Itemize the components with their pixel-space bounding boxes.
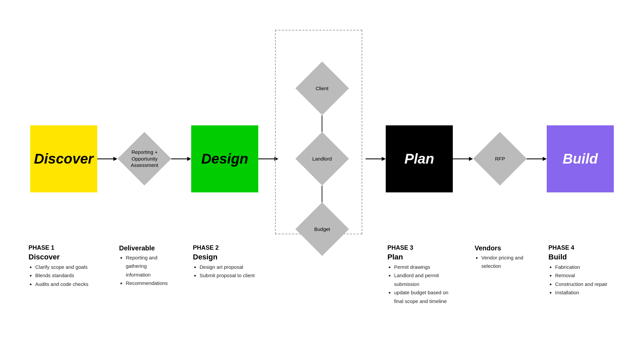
design-title: Design (193, 253, 260, 261)
deliverable-diamond-wrapper: Reporting +OpportunityAssessment (117, 132, 171, 186)
deliverable-title: Deliverable (119, 244, 173, 252)
deliverable-bullet-2: Recommendations (126, 279, 173, 288)
client-diamond: Client (295, 62, 349, 115)
diagram-container: Discover Reporting +OpportunityAssessmen… (0, 0, 644, 362)
build-label: Build (563, 151, 598, 167)
approval-column: Client Landlord (295, 62, 349, 256)
design-label-block: PHASE 2 Design Design art proposal Submi… (193, 244, 260, 280)
arrow-4 (366, 154, 386, 164)
build-block: Build (547, 125, 614, 192)
rfp-diamond-text: RFP (495, 156, 505, 162)
build-phase: PHASE 4 (548, 244, 615, 251)
plan-label: Plan (405, 151, 434, 167)
plan-phase: PHASE 3 (387, 244, 454, 251)
landlord-diamond-text: Landlord (312, 156, 332, 162)
deliverable-diamond-text: Reporting +OpportunityAssessment (130, 149, 158, 169)
plan-block: Plan (386, 125, 453, 192)
discover-bullet-2: Blends standards (35, 271, 96, 280)
discover-block: Discover (30, 125, 97, 192)
discover-bullets: Clarify scope and goals Blends standards… (29, 263, 96, 289)
build-bullet-2: Removal (555, 271, 615, 280)
discover-label-block: PHASE 1 Discover Clarify scope and goals… (29, 244, 96, 289)
svg-marker-3 (187, 157, 191, 161)
vertical-line-2 (322, 186, 322, 202)
discover-title: Discover (29, 253, 96, 261)
svg-marker-9 (469, 157, 473, 161)
flow-row: Discover Reporting +OpportunityAssessmen… (30, 83, 614, 234)
rfp-diamond-wrapper: RFP (473, 132, 527, 186)
arrow-5 (453, 154, 473, 164)
design-label: Design (201, 151, 248, 167)
svg-marker-1 (113, 157, 117, 161)
design-block: Design (191, 125, 258, 192)
discover-label: Discover (34, 151, 93, 167)
svg-marker-11 (543, 157, 547, 161)
deliverable-bullets: Reporting and gathering information Reco… (119, 253, 173, 288)
plan-bullets: Permit drawings Landlord and permit subm… (387, 263, 454, 306)
vendors-bullet-1: Vendor pricing and selection (481, 253, 528, 270)
plan-bullet-2: Landlord and permit submission (394, 271, 454, 288)
discover-bullet-3: Audits and code checks (35, 280, 96, 289)
budget-diamond-wrapper: Budget (295, 202, 349, 256)
build-bullet-4: Installation (555, 288, 615, 297)
client-diamond-text: Client (316, 85, 328, 92)
client-diamond-wrapper: Client (295, 62, 349, 115)
plan-bullet-3: update budget based on final scope and t… (394, 288, 454, 305)
plan-label-block: PHASE 3 Plan Permit drawings Landlord an… (387, 244, 454, 306)
deliverable-label-block: Deliverable Reporting and gathering info… (119, 244, 173, 288)
landlord-diamond: Landlord (295, 132, 349, 186)
deliverable-diamond: Reporting +OpportunityAssessment (117, 132, 171, 186)
build-bullet-1: Fabrication (555, 263, 615, 272)
approval-area: Client Landlord (278, 83, 366, 234)
plan-title: Plan (387, 253, 454, 261)
build-bullets: Fabrication Removal Construction and rep… (548, 263, 615, 297)
discover-bullet-1: Clarify scope and goals (35, 263, 96, 272)
discover-phase: PHASE 1 (29, 244, 96, 251)
vendors-label-block: Vendors Vendor pricing and selection (475, 244, 528, 270)
vertical-line-1 (322, 115, 322, 132)
svg-marker-7 (382, 157, 386, 161)
main-content: Discover Reporting +OpportunityAssessmen… (0, 57, 644, 306)
arrow-1 (97, 154, 117, 164)
design-bullets: Design art proposal Submit proposal to c… (193, 263, 260, 280)
budget-diamond: Budget (295, 202, 349, 256)
plan-bullet-1: Permit drawings (394, 263, 454, 272)
arrow-2 (171, 154, 191, 164)
vendors-title: Vendors (475, 244, 528, 252)
build-title: Build (548, 253, 615, 261)
deliverable-bullet-1: Reporting and gathering information (126, 253, 173, 279)
rfp-diamond: RFP (473, 132, 527, 186)
landlord-diamond-wrapper: Landlord (295, 132, 349, 186)
design-phase: PHASE 2 (193, 244, 260, 251)
arrow-6 (527, 154, 547, 164)
svg-marker-5 (274, 157, 278, 161)
design-bullet-1: Design art proposal (200, 263, 260, 272)
design-bullet-2: Submit proposal to client (200, 271, 260, 280)
budget-diamond-text: Budget (314, 226, 330, 233)
arrow-3 (258, 154, 278, 164)
vendors-bullets: Vendor pricing and selection (475, 253, 528, 270)
build-label-block: PHASE 4 Build Fabrication Removal Constr… (548, 244, 615, 297)
build-bullet-3: Construction and repair (555, 280, 615, 289)
